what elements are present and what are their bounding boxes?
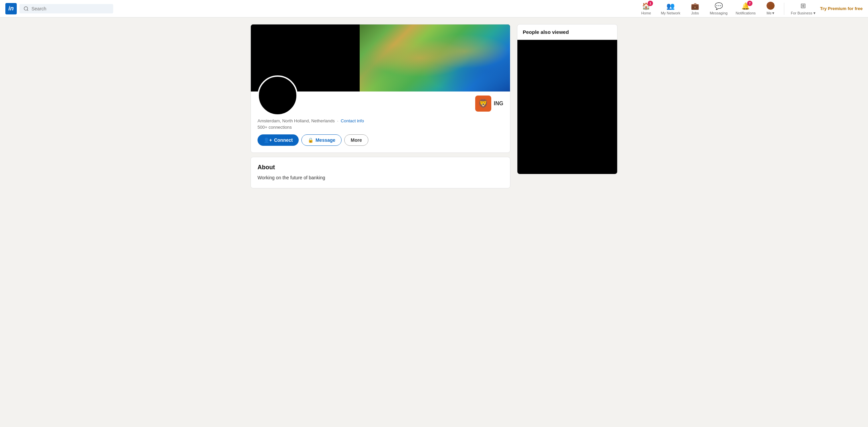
profile-connections: 500+ connections [257, 125, 503, 130]
linkedin-logo[interactable]: in [5, 3, 17, 15]
nav-home-label: Home [641, 11, 651, 15]
logo-text: in [8, 5, 14, 12]
grid-icon: ⊞ [800, 2, 806, 10]
nav-home[interactable]: 🏠 1 Home [636, 2, 656, 15]
cover-terrain [360, 25, 510, 91]
nav-messaging-label: Messaging [710, 11, 727, 15]
search-bar[interactable] [20, 4, 113, 13]
svg-point-0 [24, 7, 28, 10]
page-layout: 🦁 ING Amsterdam, North Holland, Netherla… [245, 24, 623, 188]
main-content: 🦁 ING Amsterdam, North Holland, Netherla… [250, 24, 510, 188]
connect-button[interactable]: 👤+ Connect [257, 134, 299, 146]
company-logo-icon: 🦁 [475, 95, 491, 112]
try-premium-link[interactable]: Try Premium for free [820, 6, 863, 11]
about-text: Working on the future of banking [257, 174, 503, 181]
home-badge: 1 [648, 1, 653, 6]
avatar [767, 2, 775, 10]
connect-icon: 👤+ [264, 137, 272, 143]
lock-icon: 🔒 [308, 137, 313, 143]
notifications-badge: 7 [747, 1, 752, 6]
navbar: in 🏠 1 Home 👥 My Network 💼 Jobs 💬 [0, 0, 868, 18]
profile-avatar-area: 🦁 ING [257, 95, 503, 116]
nav-jobs[interactable]: 💼 Jobs [685, 2, 705, 15]
nav-divider [784, 3, 784, 15]
company-logo: 🦁 ING [475, 95, 503, 112]
nav-messaging[interactable]: 💬 Messaging [706, 2, 731, 15]
search-input[interactable] [31, 6, 109, 11]
people-also-viewed-card: People also viewed [517, 24, 618, 174]
search-icon [24, 6, 29, 11]
nav-my-network[interactable]: 👥 My Network [657, 2, 683, 15]
nav-jobs-label: Jobs [691, 11, 699, 15]
profile-avatar [257, 76, 298, 116]
about-card: About Working on the future of banking [250, 157, 510, 188]
nav-notifications-label: Notifications [736, 11, 756, 15]
nav-me[interactable]: Me [761, 2, 781, 16]
more-button[interactable]: More [344, 134, 368, 146]
sidebar: People also viewed [517, 24, 618, 188]
nav-notifications[interactable]: 🔔 7 Notifications [733, 2, 759, 15]
home-icon: 🏠 1 [642, 2, 650, 10]
about-title: About [257, 164, 503, 171]
main-nav: 🏠 1 Home 👥 My Network 💼 Jobs 💬 Messaging… [636, 2, 863, 16]
profile-card: 🦁 ING Amsterdam, North Holland, Netherla… [250, 24, 510, 153]
profile-location: Amsterdam, North Holland, Netherlands · … [257, 118, 503, 123]
contact-info-link[interactable]: Contact info [341, 118, 364, 123]
jobs-icon: 💼 [691, 2, 699, 10]
message-button[interactable]: 🔒 Message [301, 134, 342, 146]
nav-my-network-label: My Network [661, 11, 680, 15]
profile-actions: 👤+ Connect 🔒 Message More [257, 134, 503, 146]
nav-for-business[interactable]: ⊞ For Business [787, 2, 819, 16]
notifications-icon: 🔔 7 [741, 2, 750, 10]
messaging-icon: 💬 [715, 2, 723, 10]
nav-for-business-label: For Business [791, 11, 815, 16]
nav-me-label: Me [767, 11, 774, 16]
my-network-icon: 👥 [666, 2, 675, 10]
profile-body: 🦁 ING Amsterdam, North Holland, Netherla… [251, 91, 510, 152]
company-name: ING [494, 101, 503, 107]
svg-line-1 [27, 10, 28, 11]
people-also-viewed-body [517, 40, 617, 174]
people-also-viewed-title: People also viewed [517, 25, 617, 40]
